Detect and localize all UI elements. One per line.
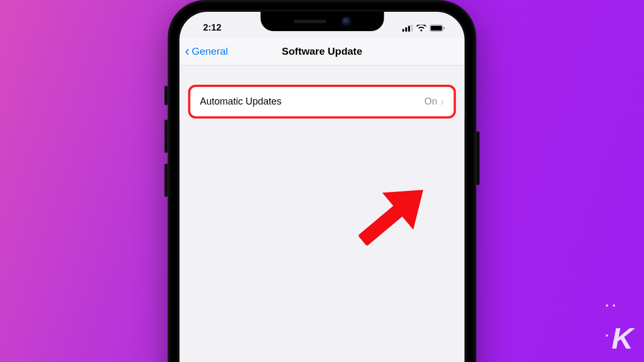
cell-value: On bbox=[425, 96, 437, 107]
phone-screen: 2:12 bbox=[180, 12, 465, 362]
back-button[interactable]: ‹ General bbox=[185, 45, 228, 58]
wifi-icon bbox=[416, 25, 427, 32]
status-icons bbox=[402, 25, 450, 32]
notch bbox=[260, 12, 384, 31]
page-title: Software Update bbox=[282, 46, 362, 57]
content-area: Automatic Updates On › bbox=[180, 65, 465, 119]
cell-label: Automatic Updates bbox=[200, 96, 282, 107]
chevron-right-icon: › bbox=[441, 95, 444, 108]
svg-marker-8 bbox=[382, 172, 438, 230]
svg-rect-5 bbox=[431, 26, 442, 31]
svg-rect-7 bbox=[358, 204, 405, 246]
volume-down-button bbox=[165, 164, 168, 197]
svg-rect-2 bbox=[408, 26, 411, 32]
power-button bbox=[477, 131, 480, 185]
back-label: General bbox=[192, 46, 228, 57]
watermark-logo: ▪ ▪▪K bbox=[608, 311, 633, 356]
nav-bar: ‹ General Software Update bbox=[180, 38, 465, 65]
mute-switch bbox=[165, 86, 168, 105]
status-time: 2:12 bbox=[195, 23, 222, 33]
highlight-annotation: Automatic Updates On › bbox=[188, 85, 456, 119]
chevron-left-icon: ‹ bbox=[185, 44, 190, 58]
phone-frame: 2:12 bbox=[168, 0, 477, 362]
earpiece-speaker bbox=[294, 20, 326, 23]
volume-up-button bbox=[165, 120, 168, 153]
svg-rect-0 bbox=[402, 29, 405, 32]
annotation-arrow-icon bbox=[331, 165, 438, 272]
automatic-updates-cell[interactable]: Automatic Updates On › bbox=[192, 88, 453, 115]
front-camera bbox=[342, 17, 350, 26]
svg-rect-3 bbox=[411, 25, 413, 32]
battery-icon bbox=[430, 25, 445, 32]
svg-rect-1 bbox=[405, 27, 407, 32]
cellular-icon bbox=[402, 25, 413, 32]
svg-rect-6 bbox=[444, 27, 445, 29]
